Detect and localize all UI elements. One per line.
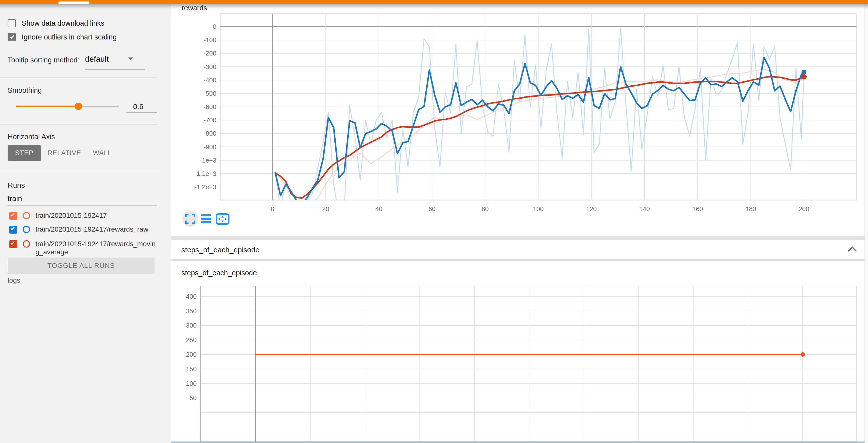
chevron-down-icon[interactable] [128, 57, 133, 60]
steps-chart-card: steps_of_each_episode 400350300250200150… [171, 261, 865, 443]
tooltip-sorting-dropdown[interactable]: default [85, 55, 109, 64]
svg-text:50: 50 [189, 394, 197, 402]
svg-text:-300: -300 [204, 63, 216, 70]
app-top-bar [0, 0, 868, 4]
run-label: train/20201015-192417/rewards_raw [35, 225, 159, 234]
tooltip-sorting-label: Tooltip sorting method: [8, 56, 80, 64]
show-download-links-label: Show data download links [22, 19, 104, 27]
smoothing-slider-fill [16, 106, 79, 107]
svg-text:-600: -600 [204, 103, 216, 111]
run-row-rewards-raw[interactable]: train/20201015-192417/rewards_raw [9, 226, 159, 234]
vertical-scrollbar[interactable] [865, 4, 868, 443]
svg-text:-1.2e+3: -1.2e+3 [194, 183, 216, 191]
run-color-ring-icon[interactable] [23, 212, 30, 219]
smoothing-value-input[interactable]: 0.6 [126, 102, 151, 111]
svg-text:-100: -100 [204, 36, 216, 43]
show-download-links-checkbox[interactable] [8, 19, 16, 27]
section-title: steps_of_each_episode [181, 246, 259, 254]
show-download-links-row[interactable]: Show data download links [8, 19, 104, 27]
svg-text:-700: -700 [204, 116, 216, 124]
run-checkbox[interactable] [9, 240, 17, 248]
smoothing-slider-thumb[interactable] [75, 102, 82, 110]
rewards-chart-card: rewards 0-100-200-300-400-500-600-700-80… [171, 4, 865, 236]
svg-text:60: 60 [428, 205, 435, 213]
axis-step-button[interactable]: STEP [8, 145, 41, 161]
check-icon [10, 226, 15, 230]
toggle-all-runs-button[interactable]: TOGGLE ALL RUNS [8, 258, 155, 274]
run-row-main[interactable]: train/20201015-192417 [9, 212, 159, 220]
run-color-ring-icon[interactable] [23, 226, 30, 233]
log-scale-icon[interactable] [202, 214, 211, 223]
svg-text:200: 200 [186, 351, 197, 358]
svg-text:80: 80 [482, 205, 489, 213]
svg-text:-400: -400 [204, 77, 216, 84]
svg-text:40: 40 [375, 205, 382, 213]
ignore-outliers-checkbox[interactable] [8, 33, 16, 41]
svg-text:-900: -900 [204, 143, 216, 151]
ignore-outliers-row[interactable]: Ignore outliers in chart scaling [8, 33, 117, 41]
rewards-chart-plot[interactable]: 0-100-200-300-400-500-600-700-800-900-1e… [171, 4, 865, 236]
smoothing-input-underline [126, 113, 157, 113]
runs-section-label: Runs [8, 181, 25, 189]
runs-filter-input[interactable]: train [8, 195, 22, 203]
logdir-label: logs [8, 276, 20, 285]
svg-text:400: 400 [186, 293, 197, 300]
divider [0, 171, 157, 171]
check-icon [10, 212, 15, 216]
divider [0, 124, 157, 124]
check-icon [10, 240, 15, 245]
chart-toolbar [171, 211, 270, 228]
run-label: train/20201015-192417/rewards_moving_ave… [35, 240, 159, 256]
settings-sidebar: Show data download links Ignore outliers… [0, 4, 171, 443]
runs-filter-underline [8, 205, 157, 205]
fit-to-data-icon [216, 213, 229, 225]
fullscreen-icon [185, 214, 195, 224]
svg-text:-1e+3: -1e+3 [200, 157, 216, 164]
svg-text:140: 140 [639, 205, 650, 213]
run-checkbox[interactable] [9, 226, 17, 234]
svg-text:180: 180 [745, 205, 756, 213]
svg-text:300: 300 [186, 322, 197, 329]
svg-text:-500: -500 [204, 90, 216, 97]
svg-text:-800: -800 [204, 130, 216, 137]
svg-text:200: 200 [799, 205, 809, 213]
run-checkbox[interactable] [9, 212, 17, 220]
divider [0, 78, 157, 78]
ignore-outliers-label: Ignore outliers in chart scaling [22, 33, 117, 41]
axis-relative-button[interactable]: RELATIVE [48, 145, 80, 161]
horizontal-scrollbar[interactable] [171, 442, 868, 443]
svg-text:100: 100 [533, 205, 544, 213]
section-header-steps-of-each-episode[interactable]: steps_of_each_episode [171, 240, 865, 260]
svg-text:160: 160 [692, 205, 703, 213]
svg-text:120: 120 [586, 205, 597, 213]
check-icon [10, 34, 14, 39]
svg-text:-200: -200 [204, 50, 216, 57]
svg-text:0: 0 [271, 205, 274, 213]
dropdown-underline [85, 69, 145, 69]
rewards-chart-title: rewards [182, 4, 207, 12]
axis-wall-button[interactable]: WALL [89, 145, 116, 161]
svg-text:-1.1e+3: -1.1e+3 [194, 170, 216, 177]
svg-text:100: 100 [186, 380, 197, 387]
svg-text:20: 20 [322, 205, 329, 213]
run-color-ring-icon[interactable] [23, 240, 30, 248]
run-label: train/20201015-192417 [35, 211, 159, 220]
steps-chart-plot[interactable]: 40035030025020015010050 [171, 261, 865, 443]
smoothing-label: Smoothing [8, 86, 42, 94]
horizontal-axis-label: Horizontal Axis [8, 133, 55, 141]
svg-text:250: 250 [186, 336, 197, 344]
fit-domain-button[interactable] [216, 213, 229, 226]
svg-text:350: 350 [186, 307, 197, 315]
expand-chart-button[interactable] [182, 211, 198, 227]
svg-text:150: 150 [186, 365, 197, 373]
run-row-rewards-moving-average[interactable]: train/20201015-192417/rewards_moving_ave… [9, 240, 159, 256]
active-tab-indicator [58, 1, 89, 4]
svg-text:0: 0 [213, 23, 216, 30]
chevron-up-icon[interactable] [848, 246, 857, 256]
